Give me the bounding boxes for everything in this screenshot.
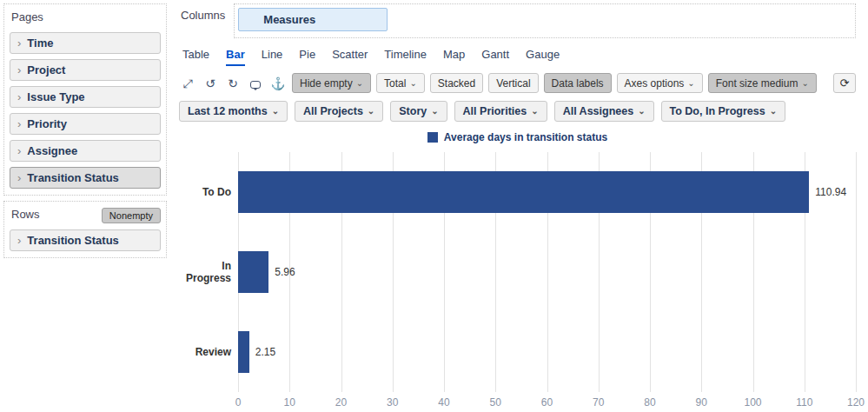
caret-down-icon: ⌄ [409,79,416,88]
tab-table[interactable]: Table [182,48,209,66]
bar-review[interactable] [238,331,249,373]
pages-panel: Pages › Time › Project › Issue Type › Pr… [3,3,167,196]
caret-down-icon: ⌄ [356,79,363,88]
sidebar-item-label: Issue Type [27,90,84,103]
sidebar-item-issue-type[interactable]: › Issue Type [10,86,161,108]
button-label: Font size medium [716,77,798,90]
filter-label: Last 12 months [188,105,268,117]
data-label: 110.94 [815,186,846,198]
sidebar-item-assignee[interactable]: › Assignee [10,140,161,162]
anchor-icon[interactable]: ⚓ [269,75,287,92]
category-label: In Progress [174,260,231,284]
x-tick-label: 60 [541,396,553,409]
sidebar-item-time[interactable]: › Time [10,32,161,54]
caret-down-icon: ⌄ [770,107,777,116]
filter-assignees[interactable]: All Assignees ⌄ [554,101,654,122]
rows-header: Rows Nonempty [10,206,161,224]
sidebar-item-label: Project [27,63,65,76]
refresh-icon: ⟳ [840,76,850,90]
data-label: 5.96 [275,266,295,278]
filter-transition-status[interactable]: To Do, In Progress ⌄ [661,101,786,122]
chart-legend: Average days in transition status [179,131,856,143]
sidebar-item-label: Transition Status [27,171,118,184]
columns-label: Columns [179,3,227,25]
chart-toolbar: ⤢ ↺ ↻ ⚓ Hide empty ⌄ Total ⌄ Stacked Ver… [179,73,856,93]
chevron-right-icon: › [17,37,21,49]
font-size-button[interactable]: Font size medium ⌄ [708,73,817,93]
data-label: 2.15 [255,346,275,358]
axes-options-button[interactable]: Axes options ⌄ [617,73,703,93]
filter-time[interactable]: Last 12 months ⌄ [179,101,288,122]
filter-label: Story [399,105,427,117]
comment-bubble-shape [250,81,261,89]
tab-gantt[interactable]: Gantt [481,48,509,66]
x-tick-label: 40 [438,396,449,409]
button-label: Data labels [552,77,604,90]
nonempty-button[interactable]: Nonempty [102,208,161,223]
pages-label: Pages [10,9,161,27]
sidebar-item-label: Assignee [27,144,77,157]
button-label: Total [384,77,406,90]
comment-icon[interactable] [247,75,264,92]
sidebar-item-project[interactable]: › Project [10,59,161,81]
tab-gauge[interactable]: Gauge [526,48,560,66]
x-tick-label: 20 [335,396,347,409]
legend-swatch[interactable] [427,132,438,143]
sidebar-item-transition-status[interactable]: › Transition Status [10,167,161,189]
legend-label: Average days in transition status [444,131,607,143]
tab-line[interactable]: Line [262,48,283,66]
button-label: Vertical [496,77,530,90]
expand-icon[interactable]: ⤢ [179,75,196,92]
caret-down-icon: ⌄ [638,107,645,116]
stacked-button[interactable]: Stacked [430,73,483,93]
x-tick-label: 80 [644,396,655,409]
button-label: Hide empty [300,77,353,90]
measures-chip[interactable]: Measures [238,8,388,31]
bar-in-progress[interactable] [238,251,268,293]
tab-pie[interactable]: Pie [299,48,315,66]
main-area: Columns Measures Table Bar Line Pie Scat… [170,0,868,412]
columns-drop-area: Measures [234,3,856,38]
chevron-right-icon: › [17,64,21,76]
undo-icon[interactable]: ↺ [202,75,219,92]
x-tick-label: 100 [744,396,761,409]
filter-issue-type[interactable]: Story ⌄ [390,101,447,122]
bar-to-do[interactable] [238,171,809,213]
hide-empty-button[interactable]: Hide empty ⌄ [292,73,371,93]
tab-bar[interactable]: Bar [226,48,245,66]
data-labels-button[interactable]: Data labels [544,73,612,93]
filter-label: All Assignees [563,105,634,117]
vertical-button[interactable]: Vertical [488,73,538,93]
chevron-right-icon: › [17,172,21,183]
sidebar-item-label: Priority [27,117,67,130]
filter-label: All Priorities [463,105,527,117]
redo-icon[interactable]: ↻ [224,75,242,92]
tab-scatter[interactable]: Scatter [332,48,368,66]
columns-section: Columns Measures [179,3,856,38]
x-tick-label: 90 [696,396,707,409]
bar-chart: To Do110.94In Progress5.96Review2.15 010… [179,152,856,412]
chart-row: In Progress5.96 [238,232,856,312]
refresh-button[interactable]: ⟳ [833,73,856,93]
chevron-right-icon: › [17,91,21,103]
rows-item-transition-status[interactable]: › Transition Status [10,229,161,251]
button-label: Stacked [438,77,475,90]
tab-map[interactable]: Map [443,48,465,66]
button-label: Axes options [625,77,685,90]
x-tick-label: 0 [235,396,242,409]
caret-down-icon: ⌄ [531,107,538,116]
caret-down-icon: ⌄ [687,79,694,88]
filter-projects[interactable]: All Projects ⌄ [295,101,383,122]
caret-down-icon: ⌄ [368,107,374,116]
x-tick-label: 50 [490,396,501,409]
filters-row: Last 12 months ⌄ All Projects ⌄ Story ⌄ … [179,101,856,122]
sidebar-item-priority[interactable]: › Priority [10,113,161,135]
chart-row: Review2.15 [238,312,856,392]
filter-priorities[interactable]: All Priorities ⌄ [454,101,547,122]
sidebar-item-label: Time [27,37,53,50]
caret-down-icon: ⌄ [431,107,438,116]
x-tick-label: 120 [847,396,865,409]
app: Pages › Time › Project › Issue Type › Pr… [0,0,868,412]
total-button[interactable]: Total ⌄ [376,73,425,93]
tab-timeline[interactable]: Timeline [384,48,427,66]
